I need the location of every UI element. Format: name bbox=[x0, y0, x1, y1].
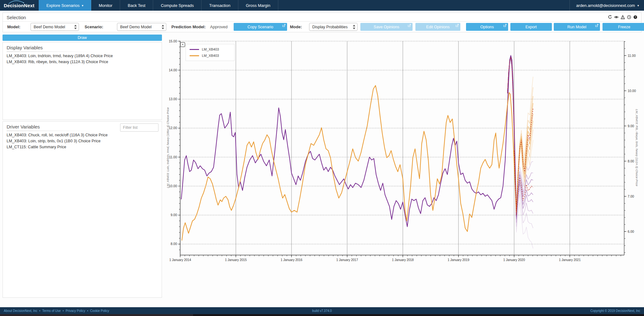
x-tick-label: 1 January 2019 bbox=[448, 258, 469, 262]
y-left-tick-label: 12.00 bbox=[169, 126, 177, 130]
run-model-button[interactable]: Run Model bbox=[554, 23, 600, 31]
y-left-tick-label: 9.00 bbox=[171, 213, 177, 217]
eye-icon[interactable] bbox=[614, 15, 619, 19]
prediction-model-label: Prediction Model: bbox=[171, 25, 206, 29]
tab-monitor[interactable]: Monitor bbox=[91, 0, 120, 11]
tab-back-test[interactable]: Back Test bbox=[120, 0, 153, 11]
select-stepper-icon bbox=[74, 25, 77, 29]
x-tick-label: 1 January 2021 bbox=[559, 258, 581, 262]
logo-swoosh-icon bbox=[8, 0, 25, 4]
y-left-tick-label: 13.00 bbox=[169, 97, 177, 101]
display-variables-panel: Display Variables LM_XB403: Loin, tndrlo… bbox=[3, 42, 162, 120]
alert-triangle-icon[interactable] bbox=[621, 15, 625, 19]
chart-menu-button[interactable]: ▾ bbox=[180, 42, 185, 47]
save-opinions-button[interactable]: Save Opinions bbox=[360, 23, 413, 31]
forecast-median bbox=[514, 108, 533, 210]
external-link-icon bbox=[595, 24, 598, 27]
forecast-band bbox=[514, 87, 533, 209]
freeze-button[interactable]: Freeze bbox=[602, 23, 644, 31]
export-label: Export bbox=[525, 25, 537, 29]
chevron-down-icon: ▾ bbox=[637, 4, 639, 7]
save-opinions-label: Save Opinions bbox=[374, 25, 399, 29]
tab-compute-spreads[interactable]: Compute Spreads bbox=[153, 0, 202, 11]
draw-label: Draw bbox=[78, 35, 87, 40]
user-menu[interactable]: arden.arnold@decisionnext.com ▾ bbox=[569, 0, 644, 11]
y-right-axis-title: LM_XB403: Rib, ribeye, bnls, heavy (112A… bbox=[635, 109, 639, 186]
x-tick-label: 1 January 2018 bbox=[392, 258, 414, 262]
title-rule bbox=[7, 52, 95, 52]
driver-variable-item[interactable]: LM_XB403: Chuck, roll, lxl, neck/off (11… bbox=[7, 133, 158, 137]
build-version: build v7.374.0 bbox=[0, 309, 644, 313]
bottom-strip bbox=[0, 314, 644, 316]
y-left-tick-label: 15.00 bbox=[169, 39, 177, 43]
clock-icon[interactable] bbox=[627, 15, 631, 19]
tab-label: Back Test bbox=[128, 3, 145, 8]
copy-scenario-button[interactable]: Copy Scenario bbox=[234, 23, 287, 31]
forecast-band bbox=[508, 58, 533, 219]
export-button[interactable]: Export bbox=[510, 23, 552, 31]
freeze-label: Freeze bbox=[618, 25, 630, 29]
model-select-value: Beef Demo Model bbox=[34, 25, 65, 29]
options-button[interactable]: Options bbox=[466, 23, 508, 31]
prediction-model-value: Approved bbox=[210, 25, 228, 29]
legend-entry[interactable]: LM_XB403 bbox=[186, 52, 234, 59]
selection-title: Selection bbox=[7, 15, 26, 20]
select-stepper-icon bbox=[353, 25, 355, 29]
y-left-tick-label: 11.00 bbox=[169, 155, 177, 159]
draw-button[interactable]: Draw bbox=[3, 35, 162, 41]
title-rule bbox=[7, 131, 95, 131]
forecast-band bbox=[514, 77, 533, 208]
edit-opinions-button[interactable]: Edit Opinions bbox=[415, 23, 460, 31]
nav-spacer bbox=[278, 0, 570, 11]
scenario-select[interactable]: Beef Demo Model bbox=[117, 23, 166, 31]
tab-gross-margin[interactable]: Gross Margin bbox=[238, 0, 278, 11]
help-icon[interactable]: ? bbox=[633, 15, 637, 19]
chevron-down-icon: ▾ bbox=[82, 4, 83, 7]
scenario-label: Scenario: bbox=[85, 25, 103, 29]
options-label: Options bbox=[480, 25, 494, 29]
x-tick-label: 1 January 2017 bbox=[336, 258, 358, 262]
selection-header: Selection ? bbox=[3, 13, 641, 22]
tab-label: Transaction bbox=[209, 3, 230, 8]
display-variable-item[interactable]: LM_XB403: Loin, tndrloin, trmd, heavy (1… bbox=[7, 54, 158, 58]
filter-list-input[interactable] bbox=[120, 123, 158, 132]
selection-controls: Model: Beef Demo Model Scenario: Beef De… bbox=[3, 22, 641, 32]
tab-label: Explore Scenarios bbox=[46, 3, 80, 8]
y-left-tick-label: 10.00 bbox=[169, 184, 177, 188]
mode-select[interactable]: Display Probabilities bbox=[309, 23, 358, 31]
y-left-tick-label: 14.00 bbox=[169, 68, 177, 72]
mode-select-value: Display Probabilities bbox=[312, 25, 348, 29]
legend-entry[interactable]: LM_XB403 bbox=[186, 46, 234, 52]
forecast-median bbox=[508, 57, 533, 215]
footer: About DecisionNext, Inc • Terms of Use •… bbox=[0, 307, 644, 314]
display-variable-item[interactable]: LM_XB403: Rib, ribeye, bnls, heavy (112A… bbox=[7, 60, 158, 64]
series-line bbox=[181, 56, 517, 226]
legend-swatch-purple bbox=[190, 49, 199, 50]
legend-label: LM_XB403 bbox=[202, 47, 219, 51]
run-model-label: Run Model bbox=[567, 25, 586, 29]
tab-transaction[interactable]: Transaction bbox=[202, 0, 238, 11]
model-select[interactable]: Beef Demo Model bbox=[31, 23, 79, 31]
tab-explore-scenarios[interactable]: Explore Scenarios ▾ bbox=[39, 0, 91, 11]
chart-toolbar-icons: ? bbox=[608, 15, 637, 19]
driver-variable-item[interactable]: LM_CT115: Cattle Summary Price bbox=[7, 145, 158, 149]
user-email: arden.arnold@decisionnext.com bbox=[576, 3, 635, 8]
price-chart[interactable]: 15.0014.0013.0012.0011.0010.009.008.0011… bbox=[164, 33, 644, 270]
x-tick-label: 1 January 2020 bbox=[503, 258, 525, 262]
select-stepper-icon bbox=[161, 25, 164, 29]
external-link-icon bbox=[456, 24, 459, 27]
forecast-band bbox=[514, 96, 533, 210]
refresh-icon[interactable] bbox=[608, 15, 612, 19]
x-tick-label: 1 January 2015 bbox=[225, 258, 247, 262]
y-right-tick-label: 7.00 bbox=[628, 194, 634, 198]
y-right-tick-label: 6.00 bbox=[628, 230, 634, 233]
decisionnext-logo[interactable]: DecisionNext bbox=[0, 0, 39, 11]
forecast-band bbox=[508, 56, 533, 211]
chart-canvas: 15.0014.0013.0012.0011.0010.009.008.0011… bbox=[164, 33, 644, 270]
forecast-band bbox=[514, 103, 533, 210]
forecast-band bbox=[514, 121, 533, 211]
x-tick-label: 1 January 2016 bbox=[281, 258, 303, 262]
top-navbar: DecisionNext Explore Scenarios ▾ Monitor… bbox=[0, 0, 644, 11]
driver-variable-item[interactable]: LM_XB403: Loin, strip, bnls, 0x1 (1B0 3)… bbox=[7, 139, 158, 143]
forecast-band bbox=[514, 140, 533, 213]
